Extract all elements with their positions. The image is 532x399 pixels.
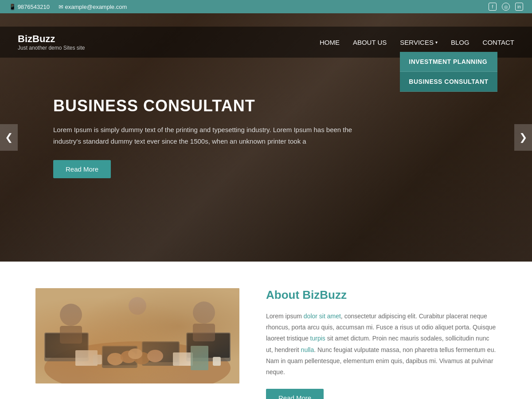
- svg-point-1: [44, 341, 231, 383]
- hero-section: BizBuzz Just another demo Sites site HOM…: [0, 13, 532, 262]
- social-links: f ◎ in: [489, 3, 523, 11]
- dropdown-investment-planning[interactable]: INVESTMENT PLANNING: [400, 52, 497, 72]
- highlight-turpis: turpis: [310, 335, 325, 342]
- highlight-dolor: dolor: [304, 313, 317, 320]
- svg-rect-16: [60, 326, 82, 344]
- services-dropdown: INVESTMENT PLANNING BUSINESS CONSULTANT: [400, 52, 497, 92]
- svg-rect-4: [186, 332, 231, 361]
- site-header: BizBuzz Just another demo Sites site HOM…: [0, 27, 532, 58]
- about-title: About BizBuzz: [266, 288, 497, 302]
- main-nav: HOME ABOUT US SERVICES ▾ INVESTMENT PLAN…: [320, 36, 514, 48]
- svg-point-19: [129, 297, 146, 315]
- top-bar-contact: 📱 9876543210 ✉ example@example.com: [9, 4, 127, 10]
- svg-rect-18: [193, 324, 215, 341]
- phone-icon: 📱: [9, 4, 16, 10]
- email-address: example@example.com: [65, 4, 127, 10]
- svg-rect-5: [187, 333, 230, 358]
- instagram-icon[interactable]: ◎: [502, 3, 510, 11]
- svg-point-13: [147, 350, 163, 362]
- hero-content: BUSINESS CONSULTANT Lorem Ipsum is simpl…: [53, 97, 364, 178]
- svg-rect-22: [93, 355, 102, 364]
- nav-contact[interactable]: CONTACT: [483, 36, 514, 48]
- svg-point-14: [128, 348, 142, 359]
- services-label: SERVICES: [400, 39, 434, 46]
- highlight-sit: sit: [319, 313, 325, 320]
- about-image: [35, 288, 239, 383]
- svg-rect-9: [143, 342, 179, 362]
- svg-rect-8: [142, 341, 180, 366]
- nav-about-us[interactable]: ABOUT US: [353, 36, 387, 48]
- svg-rect-3: [45, 333, 88, 358]
- svg-rect-2: [44, 332, 89, 361]
- svg-rect-0: [35, 288, 239, 383]
- top-bar: 📱 9876543210 ✉ example@example.com f ◎ i…: [0, 0, 532, 13]
- about-read-more-button[interactable]: Read More: [266, 389, 324, 399]
- about-image-svg: [35, 288, 239, 383]
- svg-rect-7: [103, 347, 137, 365]
- svg-point-12: [134, 352, 150, 364]
- svg-point-11: [121, 351, 137, 363]
- phone-number: 9876543210: [18, 4, 50, 10]
- svg-point-15: [60, 304, 82, 326]
- highlight-amet: amet: [327, 313, 341, 320]
- nav-home[interactable]: HOME: [320, 36, 340, 48]
- logo-area: BizBuzz Just another demo Sites site: [18, 33, 85, 51]
- phone-info: 📱 9876543210: [9, 4, 50, 10]
- hero-read-more-button[interactable]: Read More: [53, 160, 111, 178]
- nav-services[interactable]: SERVICES ▾ INVESTMENT PLANNING BUSINESS …: [400, 36, 438, 48]
- about-text: Lorem ipsum dolor sit amet, consectetur …: [266, 311, 497, 378]
- dropdown-business-consultant[interactable]: BUSINESS CONSULTANT: [400, 72, 497, 92]
- nav-blog[interactable]: BLOG: [451, 36, 469, 48]
- svg-rect-24: [191, 346, 208, 370]
- about-content: About BizBuzz Lorem ipsum dolor sit amet…: [266, 288, 497, 399]
- email-info: ✉ example@example.com: [59, 4, 127, 10]
- chevron-down-icon: ▾: [435, 40, 438, 45]
- svg-point-17: [193, 301, 215, 324]
- logo-name[interactable]: BizBuzz: [18, 33, 85, 45]
- hero-text: Lorem Ipsum is simply dummy text of the …: [53, 124, 364, 147]
- svg-rect-6: [102, 346, 137, 368]
- highlight-nulla: nulla: [301, 346, 314, 353]
- hero-title: BUSINESS CONSULTANT: [53, 97, 364, 115]
- facebook-icon[interactable]: f: [489, 3, 497, 11]
- svg-rect-21: [173, 352, 193, 366]
- svg-rect-23: [213, 357, 221, 366]
- slider-next-button[interactable]: ❯: [514, 124, 532, 151]
- about-section: About BizBuzz Lorem ipsum dolor sit amet…: [0, 262, 532, 399]
- logo-tagline: Just another demo Sites site: [18, 45, 85, 51]
- linkedin-icon[interactable]: in: [515, 3, 523, 11]
- slider-prev-button[interactable]: ❮: [0, 124, 18, 151]
- email-icon: ✉: [59, 4, 63, 10]
- svg-point-10: [107, 353, 123, 365]
- svg-rect-20: [75, 350, 98, 366]
